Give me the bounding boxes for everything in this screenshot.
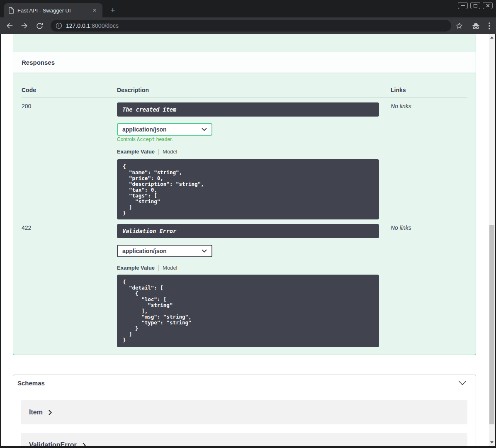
back-button[interactable] <box>5 21 14 30</box>
url-path: :8000/docs <box>90 22 119 29</box>
model-item[interactable]: Item <box>21 400 467 424</box>
reload-icon <box>36 22 44 30</box>
accept-header-hint: Controls Accept header. <box>117 136 173 142</box>
close-icon <box>486 4 490 7</box>
star-icon <box>455 22 463 30</box>
forward-arrow-icon <box>20 22 29 30</box>
maximize-button[interactable] <box>470 2 480 9</box>
example-json-200: { "name": "string", "price": 0, "descrip… <box>117 159 379 219</box>
column-header-code: Code <box>22 87 36 93</box>
incognito-icon <box>472 22 480 30</box>
tab-example-value[interactable]: Example Value <box>117 149 155 155</box>
chevron-down-icon <box>458 380 467 385</box>
back-arrow-icon <box>5 22 14 30</box>
column-header-description: Description <box>117 87 149 93</box>
tab-strip: Fast API - Swagger UI ✕ + <box>0 0 496 17</box>
media-type-select-200[interactable]: application/json <box>117 123 212 136</box>
response-code-422: 422 <box>22 224 31 231</box>
table-header-divider <box>22 97 467 97</box>
new-tab-button[interactable]: + <box>108 5 118 15</box>
example-model-tabs-422: Example Value Model <box>117 265 177 271</box>
tab-title: Fast API - Swagger UI <box>17 7 91 14</box>
minimize-button[interactable] <box>458 2 468 9</box>
tab-model[interactable]: Model <box>163 265 177 271</box>
kebab-menu-icon <box>489 22 490 29</box>
scrollbar-thumb[interactable] <box>489 225 494 424</box>
response-description-200: The created item <box>117 102 379 117</box>
media-type-select-422[interactable]: application/json <box>117 245 212 257</box>
chevron-right-icon <box>83 443 86 446</box>
window-controls <box>458 2 493 9</box>
links-cell-422: No links <box>391 224 411 231</box>
schemas-header[interactable]: Schemas <box>13 375 476 391</box>
site-info-icon[interactable] <box>56 22 62 29</box>
opblock-post: Responses Code Description Links 200 The… <box>13 34 476 355</box>
example-model-tabs-200: Example Value Model <box>117 149 177 155</box>
forward-button[interactable] <box>20 21 29 30</box>
url-bar[interactable]: 127.0.0.1:8000/docs <box>51 20 451 32</box>
response-description-422: Validation Error <box>117 224 379 238</box>
tab-close-icon[interactable]: ✕ <box>91 7 98 14</box>
browser-toolbar: 127.0.0.1:8000/docs <box>0 17 496 34</box>
toolbar-actions <box>455 22 490 30</box>
tab-divider <box>158 265 159 271</box>
browser-window: Fast API - Swagger UI ✕ + 127.0.0.1:8000… <box>0 0 496 448</box>
response-code-200: 200 <box>22 103 31 110</box>
url-host: 127.0.0.1 <box>66 22 90 29</box>
links-cell-200: No links <box>391 103 411 110</box>
close-button[interactable] <box>483 2 493 9</box>
browser-tab[interactable]: Fast API - Swagger UI ✕ <box>4 3 102 17</box>
browser-menu-button[interactable] <box>489 22 490 29</box>
responses-table: Code Description Links 200 The created i… <box>22 34 467 355</box>
model-validationerror[interactable]: ValidationError <box>21 433 467 446</box>
reload-button[interactable] <box>35 21 44 30</box>
minimize-icon <box>461 5 465 6</box>
maximize-icon <box>474 4 477 7</box>
tab-divider <box>158 149 159 155</box>
vertical-scrollbar[interactable] <box>489 34 495 446</box>
scroll-down-arrow-icon[interactable] <box>490 441 494 443</box>
swagger-page: Responses Code Description Links 200 The… <box>1 34 495 446</box>
bookmark-star-button[interactable] <box>455 22 463 30</box>
page-favicon-icon <box>8 7 14 14</box>
example-json-422: { "detail": [ { "loc": [ "string" ], "ms… <box>117 275 379 347</box>
scroll-up-arrow-icon[interactable] <box>490 37 494 39</box>
chevron-down-icon <box>202 128 207 131</box>
tab-example-value[interactable]: Example Value <box>117 265 155 271</box>
tab-model[interactable]: Model <box>163 149 177 155</box>
column-header-links: Links <box>391 87 406 93</box>
schemas-title: Schemas <box>17 380 45 387</box>
chevron-down-icon <box>202 249 207 253</box>
chevron-right-icon <box>49 410 52 415</box>
models-list: Item ValidationError <box>13 391 476 446</box>
schemas-section: Schemas Item ValidationError <box>13 375 476 446</box>
